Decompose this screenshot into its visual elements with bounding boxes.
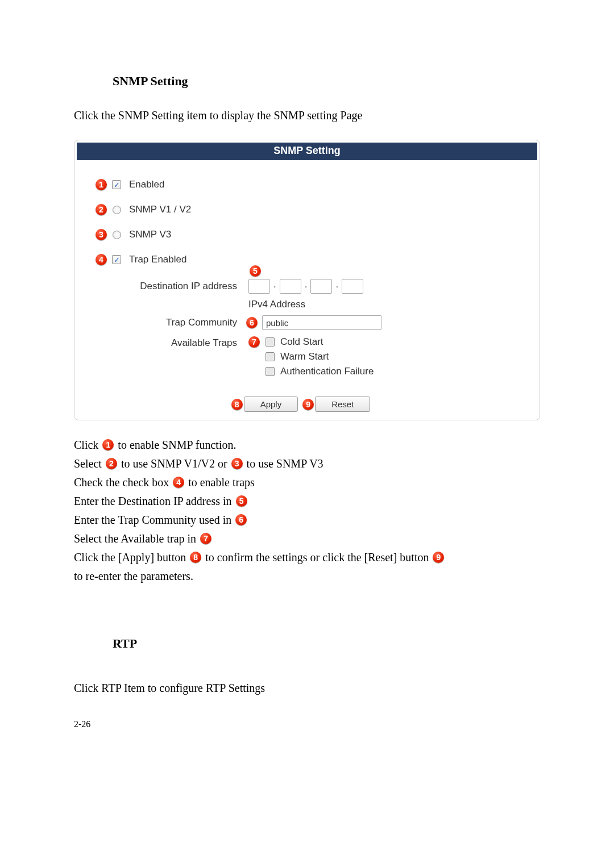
callout-9-icon: 9 <box>433 552 444 563</box>
instr-text: Click the [Apply] button <box>74 551 189 564</box>
trap-warm-label: Warm Start <box>280 351 329 362</box>
ip-octet-3[interactable] <box>310 279 332 294</box>
enabled-label: Enabled <box>123 179 164 190</box>
instr-text: Click <box>74 439 101 451</box>
enabled-checkbox[interactable]: ✓ <box>112 180 121 189</box>
instructions: Click 1 to enable SNMP function. Select … <box>74 436 540 585</box>
snmp-v3-label: SNMP V3 <box>123 229 171 240</box>
callout-6-icon: 6 <box>235 514 247 525</box>
dest-ip-hint: IPv4 Address <box>248 299 305 310</box>
snmp-v3-radio[interactable] <box>113 231 121 239</box>
callout-8-icon: 8 <box>190 552 201 563</box>
ip-dot-icon: . <box>304 279 309 294</box>
row-snmp-v1v2: 2 SNMP V1 / V2 <box>93 200 521 219</box>
ip-octet-1[interactable] <box>248 279 270 294</box>
instr-text: Select <box>74 457 105 470</box>
trap-auth-label: Authentication Failure <box>280 366 374 377</box>
trap-cold-label: Cold Start <box>280 336 323 348</box>
row-ip-hint: IPv4 Address <box>123 298 521 311</box>
section-heading-rtp: RTP <box>113 636 540 651</box>
callout-7-icon: 7 <box>200 533 211 544</box>
ip-octet-2[interactable] <box>280 279 301 294</box>
callout-4-icon: 4 <box>96 254 107 265</box>
instr-text: to re-enter the parameters. <box>74 570 193 582</box>
callout-5-icon: 5 <box>236 495 247 507</box>
callout-5-icon: 5 <box>250 265 261 277</box>
instr-text: Check the check box <box>74 476 172 489</box>
instr-text: to use SNMP V1/V2 or <box>121 457 230 470</box>
dest-ip-label: Destination IP address <box>123 281 248 292</box>
trap-enabled-label: Trap Enabled <box>123 254 186 265</box>
instr-text: to enable SNMP function. <box>118 439 236 451</box>
row-dest-ip: Destination IP address 5 . . . <box>123 275 521 298</box>
callout-4-icon: 4 <box>173 477 184 488</box>
ip-octet-4[interactable] <box>342 279 363 294</box>
trap-warm-checkbox[interactable] <box>265 352 275 361</box>
instr-text: to enable traps <box>188 476 255 489</box>
snmp-v1v2-radio[interactable] <box>113 206 121 214</box>
trap-enabled-checkbox[interactable]: ✓ <box>112 255 121 264</box>
callout-1-icon: 1 <box>102 439 114 450</box>
callout-2-icon: 2 <box>96 204 107 215</box>
row-snmp-v3: 3 SNMP V3 <box>93 225 521 244</box>
intro-rtp: Click RTP Item to configure RTP Settings <box>74 679 540 696</box>
instr-text: Select the Available trap in <box>74 532 199 545</box>
available-traps-label: Available Traps <box>123 336 248 349</box>
instr-text: Enter the Trap Community used in <box>74 514 234 526</box>
instr-text: to use SNMP V3 <box>247 457 323 470</box>
callout-7-icon: 7 <box>248 336 260 348</box>
row-enabled: 1 ✓ Enabled <box>93 175 521 194</box>
callout-2-icon: 2 <box>106 458 117 469</box>
instr-text: Enter the Destination IP address in <box>74 495 235 507</box>
callout-3-icon: 3 <box>231 458 243 469</box>
reset-button[interactable]: Reset <box>315 397 370 412</box>
callout-1-icon: 1 <box>96 179 107 190</box>
panel-title: SNMP Setting <box>77 143 537 160</box>
trap-comm-label: Trap Community <box>123 317 248 328</box>
snmp-v1v2-label: SNMP V1 / V2 <box>123 204 191 215</box>
snmp-panel: SNMP Setting 1 ✓ Enabled 2 SNMP V1 / V2 … <box>74 140 540 420</box>
trap-auth-checkbox[interactable] <box>265 367 275 376</box>
callout-9-icon: 9 <box>302 399 314 410</box>
row-trap-enabled: 4 ✓ Trap Enabled <box>93 250 521 269</box>
callout-3-icon: 3 <box>96 229 107 240</box>
callout-6-icon: 6 <box>246 317 258 328</box>
trap-community-input[interactable] <box>262 315 381 330</box>
row-trap-community: Trap Community 6 <box>123 311 521 334</box>
section-heading-snmp: SNMP Setting <box>113 74 540 89</box>
page-number: 2-26 <box>74 719 540 729</box>
ip-dot-icon: . <box>334 279 339 294</box>
trap-cold-checkbox[interactable] <box>265 337 275 347</box>
ip-dot-icon: . <box>272 279 277 294</box>
instr-text: to confirm the settings or click the [Re… <box>205 551 432 564</box>
row-available-traps: Available Traps 7 Cold Start Warm Start <box>123 334 521 381</box>
apply-button[interactable]: Apply <box>244 397 298 412</box>
callout-8-icon: 8 <box>231 399 243 410</box>
intro-snmp: Click the SNMP Setting item to display t… <box>74 107 540 124</box>
button-row: 8 Apply 9 Reset <box>77 386 537 418</box>
